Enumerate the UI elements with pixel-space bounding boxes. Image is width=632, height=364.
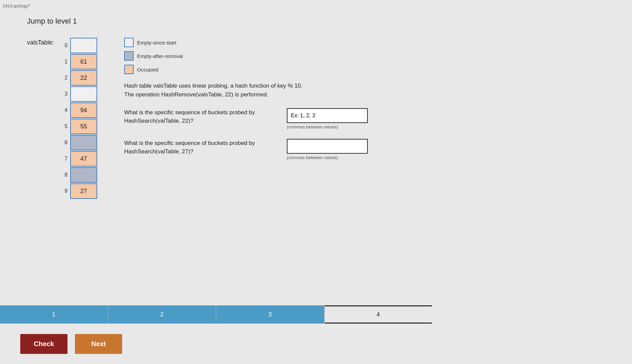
hash-cell — [70, 167, 97, 183]
table-row: 494 — [58, 102, 97, 118]
legend-label: Occupied — [137, 67, 158, 72]
row-index: 5 — [58, 123, 67, 129]
page-title: Jump to level 1 — [27, 17, 605, 26]
question-block-1: What is the specific sequence of buckets… — [124, 108, 368, 129]
row-index: 0 — [58, 42, 67, 49]
page-id: 2414.qx3zqy7 — [3, 3, 30, 8]
bottom-bar: Check Next — [20, 334, 122, 354]
question-block-2: What is the specific sequence of buckets… — [124, 139, 368, 160]
legend-box — [124, 51, 134, 61]
table-row: 555 — [58, 119, 97, 134]
table-row: 6 — [58, 135, 97, 150]
row-index: 9 — [58, 188, 67, 194]
table-row: 0 — [58, 38, 97, 53]
legend-box — [124, 38, 134, 47]
right-section: Empty-since-startEmpty-after-removalOccu… — [124, 38, 368, 160]
row-index: 7 — [58, 156, 67, 162]
progress-segment-4[interactable]: 4 — [325, 305, 432, 324]
table-row: 747 — [58, 151, 97, 166]
table-row: 927 — [58, 183, 97, 199]
table-row: 8 — [58, 167, 97, 183]
row-index: 8 — [58, 172, 67, 178]
row-index: 2 — [58, 75, 67, 81]
hash-cell — [70, 38, 97, 53]
hash-cell: 94 — [70, 102, 97, 118]
hash-table-section: valsTable: 0161222349455567478927 — [27, 38, 97, 200]
progress-segment-2[interactable]: 2 — [108, 305, 217, 324]
hash-cell: 47 — [70, 151, 97, 166]
hash-cell — [70, 86, 97, 102]
question-input-area-2: (commas between values) — [287, 139, 368, 160]
answer-input-2[interactable] — [287, 139, 368, 154]
legend-label: Empty-since-start — [137, 40, 176, 46]
legend-box — [124, 65, 134, 74]
description-text: Hash table valsTable uses linear probing… — [124, 82, 368, 99]
answer-hint-2: (commas between values) — [287, 155, 368, 160]
row-index: 4 — [58, 107, 67, 113]
legend-item: Occupied — [124, 65, 158, 74]
hash-cell: 22 — [70, 70, 97, 86]
row-index: 1 — [58, 59, 67, 65]
answer-input-1[interactable] — [287, 108, 368, 123]
row-index: 3 — [58, 91, 67, 97]
hash-table-label: valsTable: — [27, 39, 54, 46]
next-button[interactable]: Next — [75, 334, 122, 354]
table-row: 222 — [58, 70, 97, 86]
legend-item: Empty-since-start — [124, 38, 176, 47]
table-row: 161 — [58, 54, 97, 69]
question-label-1: What is the specific sequence of buckets… — [124, 108, 279, 125]
legend: Empty-since-startEmpty-after-removalOccu… — [124, 38, 368, 74]
progress-segment-3[interactable]: 3 — [216, 305, 325, 324]
hash-table-wrapper: 0161222349455567478927 — [58, 38, 97, 200]
legend-item: Empty-after-removal — [124, 51, 183, 61]
progress-bar: 1234 — [0, 305, 432, 324]
legend-label: Empty-after-removal — [137, 53, 183, 59]
hash-cell — [70, 135, 97, 150]
table-row: 3 — [58, 86, 97, 102]
check-button[interactable]: Check — [20, 334, 67, 354]
question-input-area-1: (commas between values) — [287, 108, 368, 129]
answer-hint-1: (commas between values) — [287, 124, 368, 129]
question-label-2: What is the specific sequence of buckets… — [124, 139, 279, 156]
hash-cell: 27 — [70, 183, 97, 199]
progress-segment-1[interactable]: 1 — [0, 305, 108, 324]
hash-cell: 55 — [70, 119, 97, 134]
hash-cell: 61 — [70, 54, 97, 69]
row-index: 6 — [58, 140, 67, 146]
